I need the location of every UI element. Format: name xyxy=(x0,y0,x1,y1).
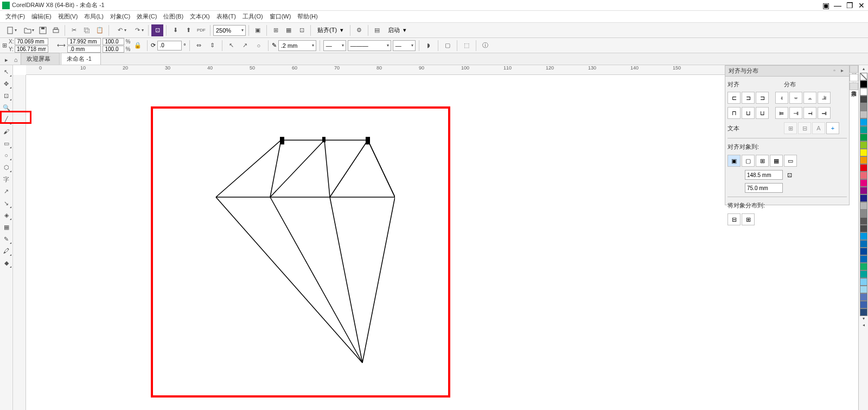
color-swatch[interactable] xyxy=(860,270,867,278)
width-input[interactable] xyxy=(67,38,101,45)
dist-to-selection-button[interactable]: ⊟ xyxy=(727,213,741,225)
options-icon[interactable]: ▣ xyxy=(821,2,830,9)
scale-y-input[interactable] xyxy=(103,46,124,53)
color-swatch[interactable] xyxy=(860,278,867,286)
docker-tab-align[interactable]: 对齐与分布 xyxy=(850,74,858,81)
panel-undock-icon[interactable]: ▫ xyxy=(831,67,838,75)
import-button[interactable]: ⬇ xyxy=(169,24,181,36)
menu-file[interactable]: 文件(F) xyxy=(2,11,28,22)
tab-welcome[interactable]: 欢迎屏幕 xyxy=(21,53,60,65)
text-tool[interactable]: 字 xyxy=(1,174,12,185)
color-swatch[interactable] xyxy=(860,172,867,179)
menu-window[interactable]: 窗口(W) xyxy=(266,11,295,22)
color-swatch[interactable] xyxy=(860,141,867,149)
vertical-ruler[interactable] xyxy=(13,75,26,410)
color-swatch[interactable] xyxy=(860,217,867,225)
launcher-icon[interactable]: ▤ xyxy=(371,24,383,36)
dist-center-v-button[interactable]: ⫣ xyxy=(789,107,802,119)
smart-fill-tool[interactable]: ◆ xyxy=(1,257,12,268)
menu-layout[interactable]: 布局(L) xyxy=(81,11,106,22)
text-align-2-button[interactable]: ⊟ xyxy=(798,122,811,134)
rotation-input[interactable] xyxy=(157,41,182,51)
new-button[interactable] xyxy=(2,24,18,36)
menu-text[interactable]: 文本(X) xyxy=(187,11,213,22)
color-swatch[interactable] xyxy=(860,126,867,134)
text-align-1-button[interactable]: ⊞ xyxy=(784,122,797,134)
search-button[interactable]: ⊡ xyxy=(151,24,163,36)
align-top-button[interactable]: ⊓ xyxy=(727,107,741,119)
freehand-tool[interactable]: ╱ xyxy=(1,114,12,125)
shape-tool[interactable]: ✥ xyxy=(1,78,12,89)
end-arrow-select[interactable]: — xyxy=(393,40,416,51)
color-swatch[interactable] xyxy=(860,202,867,210)
minimize-button[interactable]: — xyxy=(833,2,842,9)
color-swatch[interactable] xyxy=(860,80,867,88)
dist-spacing-v-button[interactable]: ⫤ xyxy=(803,107,816,119)
docker-tab-object-props[interactable]: 对象属性 xyxy=(850,65,858,73)
color-swatch[interactable] xyxy=(860,301,867,308)
close-curve-button[interactable]: ▢ xyxy=(442,40,454,52)
redo-button[interactable]: ↷ xyxy=(129,24,145,36)
start-arrow-select[interactable]: — xyxy=(323,40,346,51)
outline-width-select[interactable]: .2 mm xyxy=(278,40,316,51)
pdf-button[interactable]: PDF xyxy=(195,24,207,36)
parallel-dim-tool[interactable]: ↗ xyxy=(1,186,12,197)
options-button[interactable]: ⚙ xyxy=(353,24,365,36)
line-end-button[interactable]: ○ xyxy=(253,40,265,52)
scale-x-input[interactable] xyxy=(103,38,124,45)
color-swatch[interactable] xyxy=(860,156,867,164)
color-swatch[interactable] xyxy=(860,308,867,316)
align-to-point-button[interactable]: ▭ xyxy=(784,155,797,167)
color-swatch[interactable] xyxy=(860,179,867,187)
selection-handle-left[interactable] xyxy=(280,137,284,144)
color-swatch[interactable] xyxy=(860,248,867,255)
align-x-input[interactable] xyxy=(745,170,783,180)
dist-right-button[interactable]: ⫡ xyxy=(818,92,831,104)
text-align-3-button[interactable]: A xyxy=(812,122,825,134)
color-swatch[interactable] xyxy=(860,293,867,301)
menu-object[interactable]: 对象(C) xyxy=(107,11,133,22)
color-swatch[interactable] xyxy=(860,232,867,240)
palette-down-button[interactable]: ▾ xyxy=(860,316,867,323)
zoom-tool[interactable]: 🔍 xyxy=(1,102,12,113)
print-button[interactable] xyxy=(50,24,62,36)
menu-table[interactable]: 表格(T) xyxy=(213,11,239,22)
color-swatch[interactable] xyxy=(860,286,867,293)
ellipse-tool[interactable]: ○ xyxy=(1,150,12,161)
line-style-select[interactable]: ——— xyxy=(348,40,391,51)
tab-document[interactable]: 未命名 -1 xyxy=(61,53,101,65)
rulers-button[interactable]: ⊞ xyxy=(270,24,282,36)
color-swatch[interactable] xyxy=(860,118,867,126)
color-swatch[interactable] xyxy=(860,164,867,172)
polygon-tool[interactable]: ⬡ xyxy=(1,162,12,173)
panel-titlebar[interactable]: 对齐与分布 ▫ ▸ xyxy=(725,66,849,77)
y-input[interactable] xyxy=(15,46,48,53)
align-to-active-button[interactable]: ▣ xyxy=(727,155,741,167)
dist-center-h-button[interactable]: ⫟ xyxy=(789,92,802,104)
line-start-button[interactable]: ↖ xyxy=(226,40,238,52)
color-swatch[interactable] xyxy=(860,194,867,202)
dist-bottom-button[interactable]: ⫥ xyxy=(818,107,831,119)
align-to-grid-button[interactable]: ▦ xyxy=(770,155,783,167)
align-to-page-edge-button[interactable]: ▢ xyxy=(742,155,755,167)
menu-view[interactable]: 视图(V) xyxy=(55,11,81,22)
dist-spacing-h-button[interactable]: ⫠ xyxy=(803,92,816,104)
color-swatch[interactable] xyxy=(860,96,867,103)
color-swatch[interactable] xyxy=(860,210,867,217)
pick-tool[interactable]: ↖ xyxy=(1,66,12,77)
selection-handle-mid[interactable] xyxy=(322,137,326,142)
color-swatch[interactable] xyxy=(860,263,867,270)
align-right-button[interactable]: ⊐ xyxy=(756,92,769,104)
undo-button[interactable]: ↶ xyxy=(112,24,128,36)
color-swatch[interactable] xyxy=(860,111,867,118)
lock-ratio-button[interactable]: 🔒 xyxy=(132,40,144,52)
mirror-h-button[interactable]: ⇔ xyxy=(193,40,205,52)
fullscreen-button[interactable]: ▣ xyxy=(252,24,264,36)
color-swatch[interactable] xyxy=(860,134,867,141)
color-swatch[interactable] xyxy=(860,103,867,111)
bounding-button[interactable]: ⬚ xyxy=(461,40,473,52)
panel-menu-icon[interactable]: ▸ xyxy=(838,67,846,75)
palette-up-button[interactable]: ▴ xyxy=(860,66,867,73)
save-button[interactable] xyxy=(37,24,49,36)
launch-dropdown[interactable]: 启动 ▾ xyxy=(384,25,410,36)
